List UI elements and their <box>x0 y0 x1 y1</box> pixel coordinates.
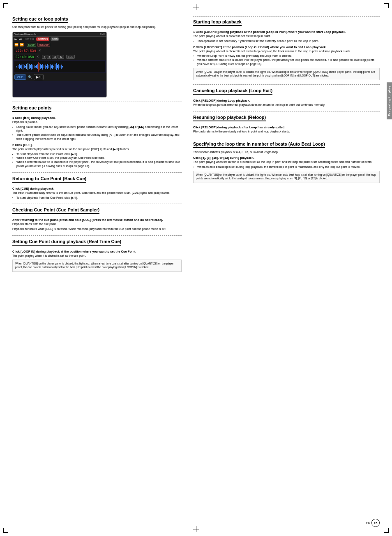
resume-step-heading: Click [RELOOP] during playback after Loo… <box>193 125 380 129</box>
svg-rect-19 <box>40 64 41 69</box>
beat-16-btn[interactable]: 16 <box>52 55 58 59</box>
section-title-checking-cue: Checking Cue Point (Cue Point Sampler) <box>12 207 99 214</box>
time-display-2: 02:49:058 <box>14 55 35 59</box>
specifying-intro: This function initiates playback of a 4,… <box>193 150 380 154</box>
section-title-starting-loop: Starting loop playback <box>193 19 242 26</box>
corner-mark-tl <box>3 3 8 8</box>
svg-rect-26 <box>48 65 49 68</box>
svg-rect-31 <box>55 64 55 69</box>
corner-mark-tr <box>384 3 389 8</box>
section-realtime-cue: Setting Cue Point during playback (Real … <box>12 239 182 272</box>
svg-rect-34 <box>58 64 59 70</box>
section-title-specifying-loop: Specifying the loop time in number of be… <box>193 142 325 148</box>
waveform-display <box>14 61 105 72</box>
svg-rect-15 <box>35 66 36 67</box>
burn-btn[interactable]: BURN <box>51 37 59 41</box>
specifying-note: When [QUANTIZE] on the player panel is c… <box>196 173 377 180</box>
divider-4 <box>12 235 182 236</box>
left-column: Setting cue or loop points Use this proc… <box>12 16 189 524</box>
cancel-step-sub: When the loop out point is reached, play… <box>193 103 380 107</box>
loop-step1-bullets: This operation is not necessary if you w… <box>197 39 380 43</box>
returning-step-heading: Click [CUE] during playback. <box>12 187 182 190</box>
svg-rect-14 <box>34 65 35 68</box>
svg-rect-27 <box>50 64 51 70</box>
svg-rect-17 <box>37 64 38 69</box>
realtime-note-box: When [QUANTIZE] on the player panel is c… <box>12 260 182 272</box>
cross-bottom <box>193 526 199 532</box>
svg-rect-1 <box>18 65 18 68</box>
svg-rect-24 <box>46 66 47 67</box>
section-setting-cue-loop: Setting cue or loop points Use this proc… <box>12 16 182 97</box>
svg-rect-7 <box>25 66 26 67</box>
svg-rect-13 <box>32 65 33 69</box>
realtime-note: When [QUANTIZE] on the player panel is c… <box>15 262 179 269</box>
section-title-cue-points: Setting cue points <box>12 105 51 112</box>
skip-fwd-btn[interactable]: ⏭ <box>19 37 22 41</box>
reloop-btn[interactable]: RELOOP <box>37 43 50 47</box>
loop-note: When [QUANTIZE] on the player panel is c… <box>196 70 377 77</box>
svg-rect-28 <box>51 65 52 68</box>
divider-3 <box>12 204 182 204</box>
step2-heading: 2 Click [CUE]. <box>12 143 182 147</box>
section-setting-cue-points: Setting cue points 1 Click [▶/II] during… <box>12 105 182 168</box>
checking-sub2: Playback continues while [CUE] is presse… <box>12 227 182 231</box>
returning-bullets: To start playback from the Cue Point, cl… <box>16 196 182 200</box>
beat-32-btn[interactable]: 32 <box>58 55 64 59</box>
divider-r2 <box>193 111 380 111</box>
rew-btn[interactable]: ⏪ <box>14 43 18 46</box>
player-label: Various-Wavetable <box>14 33 36 35</box>
step1-heading: 1 Click [▶/II] during playback. <box>12 116 182 120</box>
specifying-bullet-1: When an auto beat loop is set during loo… <box>197 165 380 169</box>
right-column: Starting loop playback 1 Click [LOOP IN]… <box>189 16 380 524</box>
section-checking-cue: Checking Cue Point (Cue Point Sampler) A… <box>12 207 182 231</box>
svg-rect-4 <box>21 65 22 69</box>
step1-bullet-2: The current pause position can be adjust… <box>16 133 182 141</box>
svg-rect-3 <box>20 65 21 68</box>
page-footer: En 15 <box>366 519 380 527</box>
section-intro: Use this procedure to set points for cue… <box>12 25 182 29</box>
corner-mark-br <box>384 528 389 533</box>
divider-1 <box>12 102 182 102</box>
loop-btn[interactable]: LOOP <box>27 43 36 47</box>
cue-large-btn[interactable]: CUE <box>14 74 26 80</box>
cue-inline-btn[interactable]: CUE <box>66 55 75 59</box>
section-starting-loop: Starting loop playback 1 Click [LOOP IN]… <box>193 16 380 80</box>
skip-back-btn[interactable]: ⏮ <box>14 37 18 41</box>
svg-rect-9 <box>28 63 28 70</box>
quantize-btn[interactable]: QUANTIZE <box>36 37 49 41</box>
svg-rect-20 <box>41 65 42 68</box>
beat-4-btn[interactable]: 4 <box>42 55 46 59</box>
divider-r1 <box>193 84 380 85</box>
page: Preparing to play Setting cue or loop po… <box>0 0 392 536</box>
loop-step1-sub: The point playing when it is clicked is … <box>193 34 380 38</box>
beat-8-btn[interactable]: 8 <box>47 55 51 59</box>
time-display-1: L00:57:539 <box>14 49 37 53</box>
x-mark-2[interactable]: ✕ <box>37 55 39 58</box>
svg-rect-35 <box>60 65 60 68</box>
resume-step-sub: Playback returns to the previously set l… <box>193 130 380 134</box>
loop-note-box: When [QUANTIZE] on the player panel is c… <box>193 68 380 80</box>
waveform-svg <box>16 62 103 72</box>
loop-step2-sub: The point playing when it is clicked is … <box>193 49 380 53</box>
ffw-btn[interactable]: ⏩ <box>20 43 24 46</box>
play-pause-btn[interactable]: ▶/II <box>34 74 44 80</box>
svg-rect-29 <box>52 65 53 69</box>
loop-step2-bullet-1: When the Loop Point is newly set, the pr… <box>197 54 380 58</box>
realtime-step-sub: The point playing when it is clicked is … <box>12 254 182 258</box>
loop-step1-bullet-1: This operation is not necessary if you w… <box>197 39 380 43</box>
corner-mark-bl <box>3 528 8 533</box>
section-title-canceling-loop: Canceling Loop playback (Loop Exit) <box>193 88 272 95</box>
page-lang: En <box>366 521 370 525</box>
player-image: Various-Wavetable TIME ⏮ ⏭ HOT CUE QUANT… <box>12 32 107 97</box>
specifying-step-sub: The point playing when the button is cli… <box>193 160 380 164</box>
svg-rect-32 <box>56 63 57 70</box>
x-mark-1[interactable]: ✕ <box>39 49 41 52</box>
svg-rect-21 <box>42 64 43 70</box>
section-title-resuming-loop: Resuming loop playback (Reloop) <box>193 115 266 121</box>
section-specifying-loop: Specifying the loop time in number of be… <box>193 142 380 183</box>
section-title-cue-loop: Setting cue or loop points <box>12 16 68 23</box>
svg-rect-11 <box>30 65 31 68</box>
svg-rect-25 <box>47 64 48 69</box>
section-canceling-loop: Canceling Loop playback (Loop Exit) Clic… <box>193 88 380 107</box>
specifying-step-heading: Click [4], [8], [16], or [32] during pla… <box>193 156 380 160</box>
